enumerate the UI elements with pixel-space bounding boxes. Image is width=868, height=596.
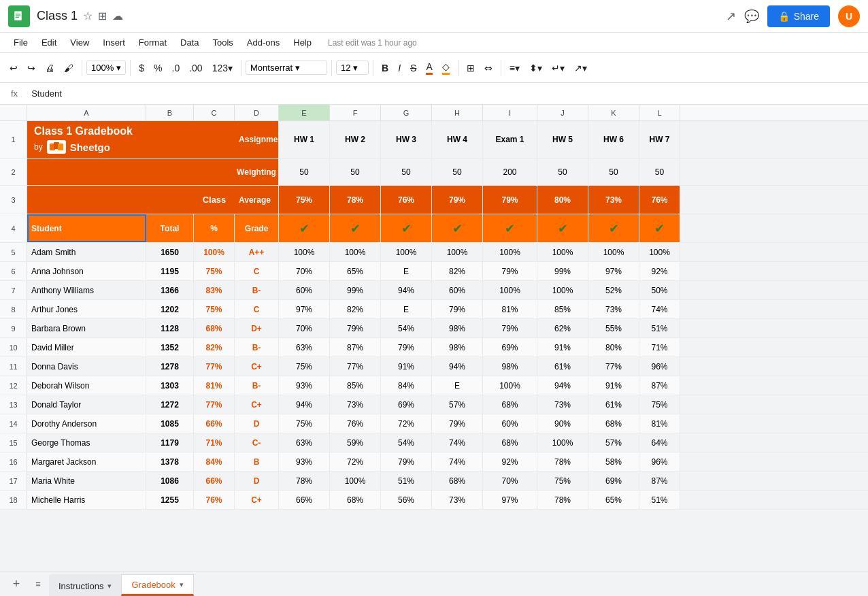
- cell-exam1-1[interactable]: 79%: [483, 262, 537, 280]
- cell-hw5-5[interactable]: 91%: [537, 338, 588, 357]
- cell-hw6-12[interactable]: 69%: [588, 471, 639, 490]
- cell-name-3[interactable]: Arthur Jones: [27, 300, 146, 318]
- cell-grade-13[interactable]: C+: [235, 491, 279, 509]
- col-header-j[interactable]: J: [537, 105, 588, 120]
- cell-hw2-4[interactable]: 79%: [330, 319, 381, 337]
- cell-hw1-10[interactable]: 63%: [279, 433, 330, 452]
- merge-button[interactable]: ⇔: [480, 60, 497, 76]
- cell-name-4[interactable]: Barbara Brown: [27, 319, 146, 337]
- menu-insert[interactable]: Insert: [97, 36, 131, 49]
- cell-exam1-11[interactable]: 92%: [483, 452, 537, 471]
- cell-i1-exam1[interactable]: Exam 1: [483, 121, 537, 158]
- cell-hw5-10[interactable]: 100%: [537, 433, 588, 452]
- cell-hw2-10[interactable]: 59%: [330, 433, 381, 452]
- cell-total-2[interactable]: 1366: [146, 281, 194, 299]
- cell-name-7[interactable]: Deborah Wilson: [27, 376, 146, 395]
- cell-pct-0[interactable]: 100%: [194, 243, 235, 261]
- cell-total-13[interactable]: 1255: [146, 491, 194, 509]
- cell-hw7-8[interactable]: 75%: [639, 395, 680, 414]
- cell-f2[interactable]: 50: [330, 159, 381, 185]
- col-header-b[interactable]: B: [146, 105, 194, 120]
- cell-hw5-3[interactable]: 85%: [537, 300, 588, 318]
- col-header-h[interactable]: H: [432, 105, 483, 120]
- col-header-e[interactable]: E: [279, 105, 330, 120]
- cell-k1-hw6[interactable]: HW 6: [588, 121, 639, 158]
- cell-pct-4[interactable]: 68%: [194, 319, 235, 337]
- cell-pct-6[interactable]: 77%: [194, 357, 235, 376]
- cell-j2[interactable]: 50: [537, 159, 588, 185]
- cell-hw1-3[interactable]: 97%: [279, 300, 330, 318]
- cell-grade-4[interactable]: D+: [235, 319, 279, 337]
- cell-hw5-2[interactable]: 100%: [537, 281, 588, 299]
- cell-exam1-7[interactable]: 100%: [483, 376, 537, 395]
- cell-hw3-13[interactable]: 56%: [381, 491, 432, 509]
- cell-hw5-0[interactable]: 100%: [537, 243, 588, 261]
- cell-total-1[interactable]: 1195: [146, 262, 194, 280]
- cell-hw5-11[interactable]: 78%: [537, 452, 588, 471]
- col-header-a[interactable]: A: [27, 105, 146, 120]
- cell-pct-10[interactable]: 71%: [194, 433, 235, 452]
- paint-format-button[interactable]: 🖌: [60, 60, 78, 76]
- cell-name-5[interactable]: David Miller: [27, 338, 146, 357]
- cell-hw2-3[interactable]: 82%: [330, 300, 381, 318]
- borders-button[interactable]: ⊞: [463, 60, 479, 76]
- cell-total-0[interactable]: 1650: [146, 243, 194, 261]
- cell-i3[interactable]: 79%: [483, 186, 537, 214]
- decimal-increase[interactable]: .00: [185, 60, 206, 76]
- cell-exam1-3[interactable]: 81%: [483, 300, 537, 318]
- cell-hw7-9[interactable]: 81%: [639, 414, 680, 433]
- print-button[interactable]: 🖨: [41, 60, 59, 76]
- cell-hw1-1[interactable]: 70%: [279, 262, 330, 280]
- rotate-button[interactable]: ↗▾: [570, 60, 591, 76]
- cell-hw3-11[interactable]: 79%: [381, 452, 432, 471]
- cell-hw2-8[interactable]: 73%: [330, 395, 381, 414]
- cell-hw2-2[interactable]: 99%: [330, 281, 381, 299]
- menu-data[interactable]: Data: [175, 36, 204, 49]
- cell-grade-11[interactable]: B: [235, 452, 279, 471]
- cell-hw4-4[interactable]: 98%: [432, 319, 483, 337]
- cell-hw2-12[interactable]: 100%: [330, 471, 381, 490]
- cell-exam1-2[interactable]: 100%: [483, 281, 537, 299]
- cell-hw7-3[interactable]: 74%: [639, 300, 680, 318]
- wrap-button[interactable]: ↵▾: [548, 60, 569, 76]
- cell-name-9[interactable]: Dorothy Anderson: [27, 414, 146, 433]
- cell-hw4-10[interactable]: 74%: [432, 433, 483, 452]
- cell-hw2-1[interactable]: 65%: [330, 262, 381, 280]
- col-header-f[interactable]: F: [330, 105, 381, 120]
- cell-hw3-8[interactable]: 69%: [381, 395, 432, 414]
- cell-hw4-1[interactable]: 82%: [432, 262, 483, 280]
- cell-hw4-2[interactable]: 60%: [432, 281, 483, 299]
- add-sheet-button[interactable]: +: [5, 572, 27, 596]
- tab-instructions[interactable]: Instructions ▾: [49, 574, 121, 596]
- cell-i2[interactable]: 200: [483, 159, 537, 185]
- cell-total-4[interactable]: 1128: [146, 319, 194, 337]
- cell-exam1-6[interactable]: 98%: [483, 357, 537, 376]
- cell-hw7-0[interactable]: 100%: [639, 243, 680, 261]
- cell-pct-3[interactable]: 75%: [194, 300, 235, 318]
- cell-b4-total[interactable]: Total: [146, 214, 194, 242]
- cell-pct-7[interactable]: 81%: [194, 376, 235, 395]
- cell-hw3-3[interactable]: E: [381, 300, 432, 318]
- cell-h2[interactable]: 50: [432, 159, 483, 185]
- cell-hw6-6[interactable]: 77%: [588, 357, 639, 376]
- cell-hw4-5[interactable]: 98%: [432, 338, 483, 357]
- cell-grade-9[interactable]: D: [235, 414, 279, 433]
- cell-c4-pct[interactable]: %: [194, 214, 235, 242]
- cell-e1-hw1[interactable]: HW 1: [279, 121, 330, 158]
- cell-hw7-5[interactable]: 71%: [639, 338, 680, 357]
- cell-hw7-11[interactable]: 96%: [639, 452, 680, 471]
- cell-hw4-12[interactable]: 68%: [432, 471, 483, 490]
- cell-h3[interactable]: 79%: [432, 186, 483, 214]
- cell-hw5-6[interactable]: 61%: [537, 357, 588, 376]
- menu-tools[interactable]: Tools: [207, 36, 238, 49]
- cell-exam1-8[interactable]: 68%: [483, 395, 537, 414]
- cell-hw6-4[interactable]: 55%: [588, 319, 639, 337]
- cell-grade-0[interactable]: A++: [235, 243, 279, 261]
- cell-hw1-13[interactable]: 66%: [279, 491, 330, 509]
- cell-total-3[interactable]: 1202: [146, 300, 194, 318]
- cell-name-2[interactable]: Anthony Williams: [27, 281, 146, 299]
- cell-grade-6[interactable]: C+: [235, 357, 279, 376]
- tab-gradebook[interactable]: Gradebook ▾: [121, 574, 193, 596]
- cell-hw7-10[interactable]: 64%: [639, 433, 680, 452]
- cell-pct-5[interactable]: 82%: [194, 338, 235, 357]
